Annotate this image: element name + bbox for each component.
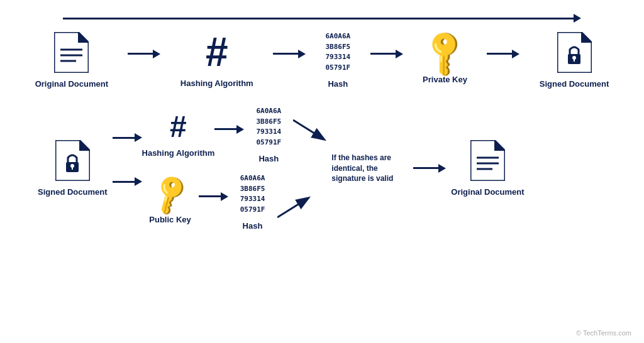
original-doc-label: Original Document	[35, 79, 108, 89]
signed-doc-label: Signed Document	[540, 79, 609, 89]
bottom-hash-algo-item: # Hashing Algorithm	[142, 112, 215, 158]
hash-symbol-icon: #	[206, 32, 228, 72]
svg-marker-11	[79, 140, 90, 151]
arrow-4	[487, 50, 519, 58]
middle-column: # Hashing Algorithm 6A0A6A3B86F579331405…	[142, 106, 328, 231]
arrow-to-original	[413, 164, 446, 173]
original-doc-icon	[54, 32, 89, 73]
private-key-item: 🔑 Private Key	[423, 36, 467, 84]
svg-line-15	[293, 120, 323, 139]
public-key-label: Public Key	[149, 215, 191, 224]
diagonal-arrow-top-icon	[293, 117, 328, 142]
public-key-icon: 🔑	[147, 173, 192, 215]
bottom-original-doc-item: Original Document	[451, 140, 524, 197]
watermark: © TechTerms.com	[576, 329, 631, 337]
diagram: Original Document # Hashing Algorithm 6A…	[0, 0, 644, 343]
top-hash-item: 6A0A6A3B86F579331405791F Hash	[247, 106, 291, 163]
top-hash-value: 6A0A6A3B86F579331405791F	[256, 106, 281, 148]
bottom-section: Signed Document # Hashing Algorithm	[25, 106, 619, 231]
diag-arrow-top	[293, 117, 328, 142]
condition-text: If the hashes are identical, the signatu…	[331, 153, 407, 184]
original-document-item: Original Document	[35, 32, 108, 89]
top-hash-label: Hash	[258, 154, 279, 163]
hashing-algo-item: # Hashing Algorithm	[180, 32, 253, 88]
arrow-1	[128, 50, 160, 58]
hash-label: Hash	[328, 79, 348, 89]
bottom-path: 🔑 Public Key 6A0A6A3B86F579331405791F Ha…	[142, 173, 328, 231]
hash-item: 6A0A6A3B86F579331405791F Hash	[325, 31, 350, 89]
signed-doc-icon	[557, 32, 592, 73]
bottom-hash-algo-label: Hashing Algorithm	[142, 148, 215, 158]
arrow-3	[370, 50, 403, 58]
hashing-algo-label: Hashing Algorithm	[180, 79, 253, 88]
bottom-signed-doc-item: Signed Document	[38, 140, 108, 197]
bottom-hash-symbol: #	[170, 112, 187, 142]
bottom-original-doc-label: Original Document	[451, 187, 524, 197]
diagonal-arrow-bottom-icon	[277, 195, 312, 220]
bottom-original-doc-icon	[470, 140, 505, 181]
arrow-to-hash-top	[214, 125, 244, 134]
diag-arrow-bottom	[277, 195, 312, 220]
bottom-signed-doc-label: Signed Document	[38, 187, 108, 197]
arrow-2	[273, 50, 306, 58]
top-row: Original Document # Hashing Algorithm 6A…	[25, 31, 619, 89]
private-key-icon: 🔑	[419, 26, 471, 79]
public-key-item: 🔑 Public Key	[142, 180, 199, 224]
bottom-hash-label: Hash	[243, 221, 263, 231]
split-arrows	[113, 133, 142, 186]
top-path: # Hashing Algorithm 6A0A6A3B86F579331405…	[142, 106, 328, 163]
long-top-arrow	[63, 14, 581, 23]
bottom-signed-doc-icon	[55, 140, 90, 181]
hash-value: 6A0A6A3B86F579331405791F	[325, 31, 350, 73]
bottom-hash-value: 6A0A6A3B86F579331405791F	[240, 173, 265, 215]
condition-area: If the hashes are identical, the signatu…	[331, 153, 446, 184]
bottom-hash-item: 6A0A6A3B86F579331405791F Hash	[231, 173, 275, 231]
svg-line-16	[277, 199, 308, 217]
arrow-to-hash-bottom	[199, 192, 228, 201]
signed-doc-item: Signed Document	[540, 32, 609, 89]
